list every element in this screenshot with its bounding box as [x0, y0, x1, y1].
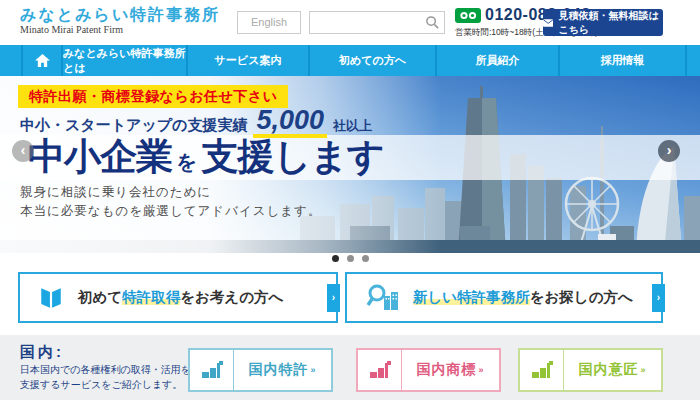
english-button[interactable]: English	[237, 11, 301, 34]
button-label-cell: 国内特許 »	[234, 350, 331, 390]
icon-cell	[520, 350, 564, 390]
link-text-highlight: 特許取得	[122, 289, 180, 305]
link-arrow-tab: ›	[652, 284, 665, 312]
nav-item-staff[interactable]: 所員紹介	[437, 45, 558, 76]
domestic-description: 日本国内での各種権利の取得・活用を 支援するサービスをご紹介します。	[20, 363, 191, 392]
link-first-patent[interactable]: 初めて特許取得をお考えの方へ ›	[18, 272, 338, 323]
envelope-icon	[543, 18, 553, 28]
button-label: 国内商標	[416, 361, 476, 379]
header: みなとみらい特許事務所 Minato Mirai Patent Firm Eng…	[0, 0, 700, 45]
double-arrow-icon: »	[640, 365, 646, 375]
hero-title: 中小企業 を 支援します	[28, 132, 384, 182]
domestic-trademark-button[interactable]: 国内商標 »	[356, 348, 501, 392]
domestic-heading: 国内:	[20, 343, 64, 362]
icon-cell	[190, 350, 234, 390]
hero-banner: 特許出願・商標登録ならお任せ下さい 中小・スタートアップの支援実績 5,000 …	[0, 76, 700, 253]
nav-item-about[interactable]: みなとみらい特許事務所とは	[63, 45, 186, 76]
button-label-cell: 国内意匠 »	[564, 350, 661, 390]
link-text-highlight: 新しい特許事務所	[413, 289, 530, 305]
double-arrow-icon: »	[310, 365, 316, 375]
nav-home[interactable]	[23, 45, 61, 76]
growth-chart-icon	[531, 360, 553, 380]
nav-spacer	[687, 45, 700, 76]
nav-spacer	[0, 45, 21, 76]
carousel-dot[interactable]	[332, 255, 339, 262]
home-icon	[35, 54, 50, 68]
nav-item-first-time[interactable]: 初めての方へ	[310, 45, 435, 76]
link-text-post: をお探しの方へ	[530, 289, 633, 305]
button-label-cell: 国内商標 »	[402, 350, 499, 390]
nav-item-recruit[interactable]: 採用情報	[560, 45, 685, 76]
hero-title-particle: を	[176, 151, 196, 173]
link-boxes: 初めて特許取得をお考えの方へ › 新しい特許事務所をお探しの方へ ›	[18, 272, 663, 323]
main-nav: みなとみらい特許事務所とは サービス案内 初めての方へ 所員紹介 採用情報	[0, 45, 700, 76]
site-logo[interactable]: みなとみらい特許事務所 Minato Mirai Patent Firm	[20, 6, 220, 36]
carousel-dot[interactable]	[362, 255, 369, 262]
double-arrow-icon: »	[478, 365, 484, 375]
domestic-design-button[interactable]: 国内意匠 »	[518, 348, 663, 392]
hero-ribbon: 特許出願・商標登録ならお任せ下さい	[18, 85, 288, 108]
hero-title-part1: 中小企業	[28, 136, 172, 177]
hero-subtext: 親身に相談に乗り会社のために 本当に必要なものを厳選してアドバイスします。	[20, 183, 321, 221]
carousel-prev-button[interactable]: ‹	[12, 140, 34, 162]
freedial-icon	[455, 7, 481, 24]
growth-chart-icon	[201, 360, 223, 380]
link-new-firm[interactable]: 新しい特許事務所をお探しの方へ ›	[345, 272, 663, 323]
domestic-section: 国内: 日本国内での各種権利の取得・活用を 支援するサービスをご紹介します。 国…	[0, 335, 700, 400]
growth-chart-icon	[369, 360, 391, 380]
hero-title-part2: 支援します	[201, 136, 384, 177]
site-title: みなとみらい特許事務所	[20, 6, 220, 24]
carousel-dot[interactable]	[347, 255, 354, 262]
link-text: 新しい特許事務所をお探しの方へ	[413, 288, 633, 307]
link-text-post: をお考えの方へ	[180, 289, 283, 305]
search-box	[309, 11, 445, 34]
carousel-dots	[0, 255, 700, 262]
button-label: 国内意匠	[578, 361, 638, 379]
hero-subtext-line2: 本当に必要なものを厳選してアドバイスします。	[20, 202, 321, 221]
link-text-pre: 初めて	[78, 289, 122, 305]
search-input[interactable]	[312, 14, 422, 31]
hero-subtext-line1: 親身に相談に乗り会社のために	[20, 183, 321, 202]
page: みなとみらい特許事務所 Minato Mirai Patent Firm Eng…	[0, 0, 700, 400]
link-text: 初めて特許取得をお考えの方へ	[78, 288, 283, 307]
cta-label: 見積依頼・無料相談はこちら	[558, 9, 663, 37]
link-arrow-tab: ›	[327, 284, 340, 312]
estimate-consult-button[interactable]: 見積依頼・無料相談はこちら	[543, 9, 663, 36]
icon-cell	[358, 350, 402, 390]
domestic-desc-line2: 支援するサービスをご紹介します。	[20, 378, 191, 393]
search-icon[interactable]	[425, 15, 440, 30]
nav-item-services[interactable]: サービス案内	[188, 45, 308, 76]
domestic-patent-button[interactable]: 国内特許 »	[188, 348, 333, 392]
book-icon	[38, 285, 64, 311]
carousel-next-button[interactable]: ›	[658, 140, 680, 162]
button-label: 国内特許	[248, 361, 308, 379]
site-subtitle: Minato Mirai Patent Firm	[20, 24, 220, 36]
domestic-desc-line1: 日本国内での各種権利の取得・活用を	[20, 363, 191, 378]
search-buildings-icon	[365, 284, 399, 312]
